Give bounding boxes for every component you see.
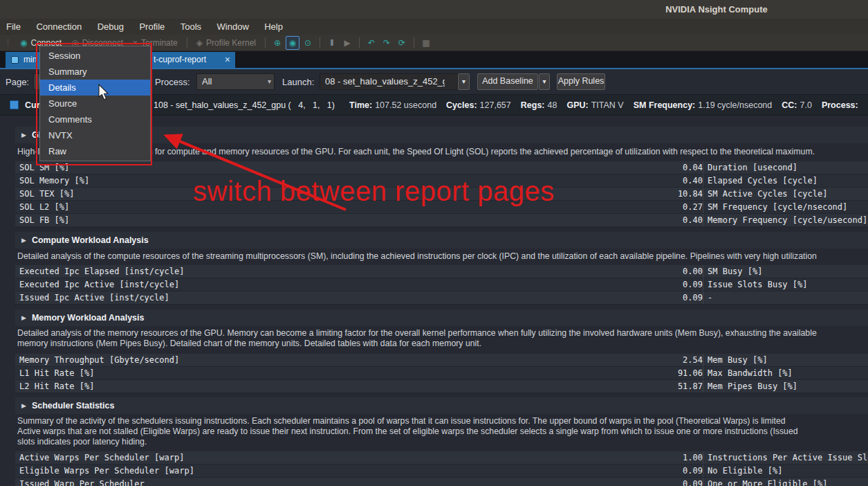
section-title: Scheduler Statistics (32, 401, 115, 411)
drag-handle-icon: ⋮ (4, 38, 12, 47)
metric-value: 0.09 (517, 291, 703, 304)
stat-value: 107.52 usecond (375, 100, 436, 110)
description-line: memory instructions (Mem Pipes Busy). De… (17, 339, 868, 349)
toolbar-separator (359, 37, 360, 48)
stat-value: 127,657 (480, 100, 511, 110)
tab-label-end: t-cuprof-report (154, 52, 206, 68)
expander-icon[interactable]: ▶ (21, 314, 26, 321)
metric-name-2: SM Busy [%] (703, 265, 868, 278)
profiler-tool-icon[interactable]: ◉ (286, 36, 299, 50)
section-title: Compute Workload Analysis (32, 235, 149, 245)
metric-name-2: No Eligible [%] (703, 465, 868, 477)
metric-name: Issued Warp Per Scheduler (15, 478, 517, 486)
metric-name-2: Issue Slots Busy [%] (703, 278, 868, 291)
undo-icon[interactable]: ↶ (364, 36, 378, 50)
launch-combo-arrow[interactable]: ▾ (458, 73, 470, 90)
menu-tools[interactable]: Tools (174, 19, 207, 35)
stat-value: 48 (548, 100, 557, 110)
table-row: Executed Ipc Active [inst/cycle] 0.09 Is… (15, 278, 868, 291)
redo-icon[interactable]: ↷ (380, 36, 394, 50)
table-row: SOL FB [%] 0.40 Memory Frequency [cycle/… (15, 214, 868, 227)
metric-name: SOL FB [%] (15, 214, 517, 226)
process-combo[interactable]: All ▾ (196, 73, 275, 90)
table-row: Executed Ipc Elapsed [inst/cycle] 0.00 S… (15, 265, 868, 278)
metric-value: 0.09 (517, 278, 703, 291)
metric-name-2: One or More Eligible [%] (703, 478, 868, 486)
profile-kernel-button[interactable]: ◈ Profile Kernel (192, 35, 261, 51)
apply-rules-button[interactable]: Apply Rules (557, 73, 605, 90)
window-title: NVIDIA Nsight Compute (609, 0, 824, 19)
toolbar-separator (265, 37, 266, 48)
metric-name-2: Mem Pipes Busy [%] (703, 380, 868, 393)
chevron-down-icon: ▾ (268, 74, 271, 89)
section-description: Detailed analysis of the compute resourc… (17, 251, 868, 262)
metric-name: Executed Ipc Active [inst/cycle] (15, 278, 517, 291)
profile-kernel-label: Profile Kernel (206, 38, 256, 48)
launch-combo[interactable]: 08 - set_halo_values_z_452_gpu (320, 73, 458, 90)
expander-icon[interactable]: ▶ (21, 402, 26, 409)
stat-time: Time:107.52 usecond (349, 100, 436, 110)
report-icon (11, 56, 19, 64)
metric-name-2: SM Active Cycles [cycle] (703, 188, 868, 200)
api-stream-tool-icon[interactable]: ⊕ (270, 36, 284, 50)
metric-name-2: - (703, 291, 868, 304)
metric-value: 1.00 (517, 451, 703, 464)
metric-name-2: Elapsed Cycles [cycle] (703, 174, 868, 187)
metric-name-2: Max Bandwidth [%] (703, 367, 868, 379)
metric-name-2: SM Frequency [cycle/nsecond] (703, 201, 868, 213)
section-header-compute[interactable]: ▶ Compute Workload Analysis (15, 232, 868, 249)
menu-debug[interactable]: Debug (91, 19, 130, 35)
metric-name-2: Memory Frequency [cycle/usecond] (703, 214, 868, 226)
menu-bar: File Connection Debug Profile Tools Wind… (0, 19, 868, 35)
title-bar: NVIDIA Nsight Compute (0, 0, 868, 19)
reload-icon[interactable]: ⟳ (395, 36, 409, 50)
description-line: slots indicates poor latency hiding. (17, 437, 868, 447)
pages-icon[interactable]: ▦ (419, 36, 433, 50)
pause-icon[interactable]: ‖ (325, 36, 339, 50)
section-header-memory[interactable]: ▶ Memory Workload Analysis (15, 309, 868, 326)
add-baseline-arrow[interactable]: ▾ (539, 73, 550, 90)
table-row: L2 Hit Rate [%] 51.87 Mem Pipes Busy [%] (15, 380, 868, 393)
report-content: ▶ GPU Speed Of Light High-level overview… (0, 116, 868, 486)
stat-label: Time: (349, 100, 372, 110)
profile-kernel-icon: ◈ (196, 38, 203, 48)
process-combo-value: All (202, 74, 261, 89)
description-line: Detailed analysis of the compute resourc… (17, 251, 868, 262)
table-row: Eligible Warps Per Scheduler [warp] 0.09… (15, 465, 868, 478)
menu-profile[interactable]: Profile (133, 19, 171, 35)
metric-value: 51.87 (517, 380, 703, 393)
expander-icon[interactable]: ▶ (21, 237, 26, 244)
table-row: L1 Hit Rate [%] 91.06 Max Bandwidth [%] (15, 367, 868, 380)
section-description: Detailed analysis of the memory resource… (17, 328, 868, 349)
description-line: Summary of the activity of the scheduler… (17, 416, 868, 426)
metric-value: 91.06 (517, 367, 703, 379)
current-checkbox[interactable] (10, 100, 19, 109)
sass-tool-icon[interactable]: ⊙ (301, 36, 315, 50)
table-row: Issued Warp Per Scheduler 0.09 One or Mo… (15, 478, 868, 486)
compute-table: Executed Ipc Elapsed [inst/cycle] 0.00 S… (15, 265, 868, 305)
stat-label: CC: (782, 100, 797, 110)
menu-file[interactable]: File (0, 19, 27, 35)
menu-window[interactable]: Window (211, 19, 255, 35)
add-baseline-button[interactable]: Add Baseline (477, 73, 538, 90)
stat-value: TITAN V (591, 100, 624, 110)
annotation-text: switch between report pages (193, 176, 555, 207)
section-header-scheduler[interactable]: ▶ Scheduler Statistics (15, 397, 868, 414)
toolbar-separator (320, 37, 320, 48)
stat-process: Process: (822, 100, 861, 110)
page-label: Page: (6, 69, 29, 95)
metric-name: Eligible Warps Per Scheduler [warp] (15, 465, 517, 477)
stat-label: Regs: (521, 100, 545, 110)
stat-cc: CC:7.0 (782, 100, 812, 110)
close-icon[interactable]: × (225, 52, 230, 67)
metric-name: L2 Hit Rate [%] (15, 380, 517, 393)
step-icon[interactable]: ▶ (340, 36, 354, 50)
menu-help[interactable]: Help (258, 19, 289, 35)
toolbar-separator (414, 37, 414, 48)
kernel-name: 108 - set_halo_values_z_452_gpu ( 4, 1, … (154, 95, 335, 116)
expander-icon[interactable]: ▶ (21, 132, 26, 138)
toolbar-separator (187, 37, 187, 48)
metric-name: Memory Throughput [Gbyte/second] (15, 354, 517, 366)
kernel-stats: Time:107.52 usecond Cycles:127,657 Regs:… (349, 95, 861, 116)
menu-connection[interactable]: Connection (30, 19, 88, 35)
